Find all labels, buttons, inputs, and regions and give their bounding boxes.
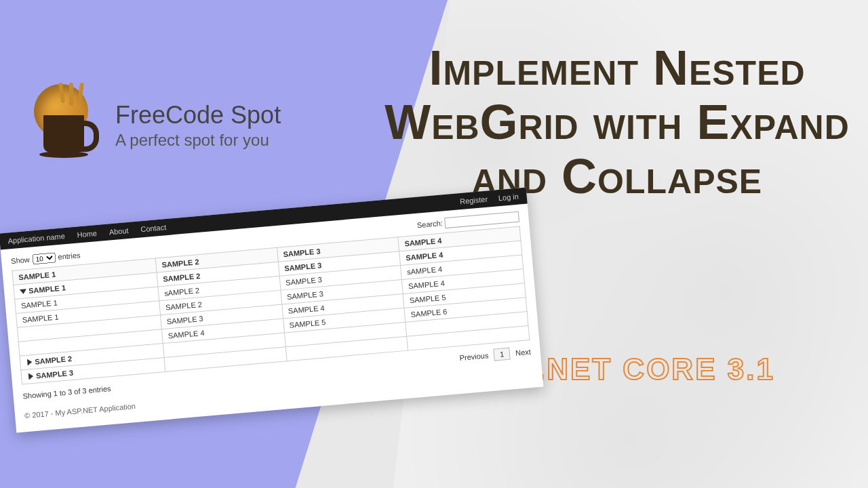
- entries-select[interactable]: 10: [32, 252, 56, 264]
- expander-icon[interactable]: [27, 373, 34, 380]
- pager-prev[interactable]: Previous: [459, 351, 489, 362]
- nav-link-contact[interactable]: Contact: [140, 223, 167, 233]
- brand-name: FreeCode Spot: [115, 101, 281, 129]
- brand-logo: FreeCode Spot A perfect spot for you: [27, 88, 281, 163]
- grid-info: Showing 1 to 3 of 3 entries: [22, 384, 111, 400]
- headline: Implement Nested WebGrid with Expand and…: [380, 41, 854, 203]
- show-label: Show: [11, 256, 30, 265]
- coffee-cup-icon: [27, 88, 102, 163]
- nav-link-login[interactable]: Log in: [498, 192, 519, 203]
- nav-link-home[interactable]: Home: [77, 229, 97, 239]
- app-name: Application name: [7, 232, 65, 245]
- expander-icon[interactable]: [26, 359, 33, 365]
- nav-link-register[interactable]: Register: [460, 195, 488, 206]
- expander-icon[interactable]: [20, 287, 26, 294]
- pager: Previous 1 Next: [459, 346, 532, 364]
- search-input[interactable]: [444, 211, 519, 229]
- entries-label: entries: [58, 251, 81, 261]
- pager-page[interactable]: 1: [493, 348, 511, 361]
- brand-tagline: A perfect spot for you: [115, 131, 281, 150]
- nav-link-about[interactable]: About: [108, 226, 129, 236]
- search-label: Search:: [416, 219, 443, 229]
- pager-next[interactable]: Next: [515, 348, 532, 357]
